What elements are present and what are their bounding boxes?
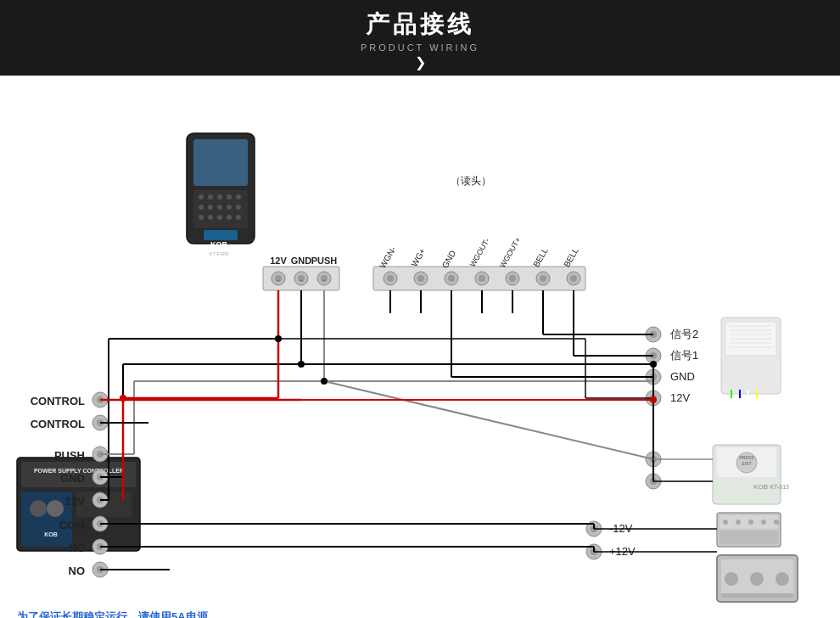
- svg-text:GND: GND: [60, 472, 85, 485]
- svg-text:KOB: KOB: [210, 240, 228, 249]
- svg-point-136: [776, 572, 789, 586]
- svg-rect-18: [204, 230, 238, 240]
- svg-point-14: [208, 215, 213, 220]
- svg-text:12V: 12V: [270, 256, 287, 266]
- svg-point-9: [208, 205, 213, 210]
- svg-point-190: [275, 335, 282, 342]
- svg-point-47: [540, 275, 546, 282]
- svg-point-37: [387, 275, 394, 282]
- svg-point-12: [236, 205, 241, 210]
- svg-point-15: [217, 215, 222, 220]
- svg-text:信号1: 信号1: [670, 349, 698, 362]
- svg-text:GND: GND: [291, 256, 312, 266]
- svg-point-11: [227, 205, 232, 210]
- svg-text:COM: COM: [59, 519, 85, 531]
- header-title-en: PRODUCT WIRING: [0, 42, 840, 53]
- svg-point-45: [509, 275, 516, 282]
- svg-text:CONTROL: CONTROL: [31, 418, 85, 430]
- svg-point-6: [227, 194, 232, 199]
- svg-text:（读头）: （读头）: [451, 175, 491, 187]
- svg-point-61: [30, 500, 47, 517]
- svg-text:PUSH: PUSH: [54, 449, 85, 462]
- svg-text:为了保证长期稳定运行，请使用5A电源: 为了保证长期稳定运行，请使用5A电源: [16, 610, 209, 618]
- svg-point-129: [748, 520, 753, 525]
- main-content: KOB KT-F300 + + + 12V GND PUSH （读头）: [0, 76, 840, 618]
- svg-point-10: [217, 205, 222, 210]
- svg-text:BELL: BELL: [562, 246, 580, 269]
- svg-text:CONTROL: CONTROL: [31, 395, 85, 407]
- svg-point-130: [761, 520, 766, 525]
- svg-text:PRESS: PRESS: [740, 455, 755, 460]
- svg-text:EXIT: EXIT: [742, 461, 751, 466]
- svg-point-127: [723, 520, 728, 525]
- svg-text:KOB: KOB: [753, 483, 768, 491]
- svg-point-62: [47, 500, 64, 517]
- svg-text:WGOUT+: WGOUT+: [498, 236, 523, 269]
- svg-point-134: [725, 572, 738, 586]
- svg-point-194: [650, 361, 657, 368]
- svg-point-193: [120, 395, 126, 402]
- svg-text:+: +: [277, 278, 280, 283]
- svg-text:GND: GND: [670, 370, 695, 383]
- svg-point-191: [298, 361, 305, 368]
- svg-point-13: [199, 215, 204, 220]
- svg-text:12V: 12V: [65, 495, 85, 508]
- svg-text:KOB: KOB: [44, 531, 58, 537]
- svg-rect-1: [193, 139, 248, 186]
- svg-rect-137: [721, 593, 793, 598]
- svg-text:+: +: [300, 278, 303, 283]
- svg-text:NC: NC: [69, 542, 85, 554]
- svg-point-3: [199, 194, 204, 199]
- svg-text:KT-F300: KT-F300: [209, 251, 229, 256]
- svg-text:KT-013: KT-013: [770, 484, 789, 490]
- svg-point-39: [417, 275, 424, 282]
- svg-point-41: [448, 275, 455, 282]
- svg-text:WGOUT-: WGOUT-: [468, 237, 491, 268]
- svg-text:+: +: [322, 278, 326, 283]
- svg-text:WG+: WG+: [409, 246, 427, 268]
- header-chevron: ❯: [0, 54, 840, 70]
- svg-point-43: [479, 275, 485, 282]
- svg-point-128: [736, 520, 741, 525]
- svg-rect-126: [720, 531, 778, 544]
- svg-point-5: [217, 194, 222, 199]
- svg-point-195: [650, 396, 657, 403]
- svg-point-4: [208, 194, 213, 199]
- header-title-cn: 产品接线: [0, 8, 840, 41]
- svg-point-17: [236, 215, 241, 220]
- svg-text:12V: 12V: [670, 391, 690, 404]
- svg-text:信号2: 信号2: [670, 328, 698, 340]
- svg-point-192: [321, 378, 328, 385]
- svg-point-131: [774, 520, 779, 525]
- svg-point-8: [199, 205, 204, 210]
- svg-point-49: [570, 275, 577, 282]
- svg-line-172: [324, 381, 653, 459]
- svg-text:PUSH: PUSH: [311, 256, 338, 266]
- svg-text:BELL: BELL: [531, 246, 550, 269]
- header: 产品接线 PRODUCT WIRING ❯: [0, 0, 840, 76]
- svg-point-135: [750, 572, 764, 586]
- svg-text:NO: NO: [69, 565, 86, 577]
- svg-point-7: [236, 194, 241, 199]
- svg-point-16: [227, 215, 232, 220]
